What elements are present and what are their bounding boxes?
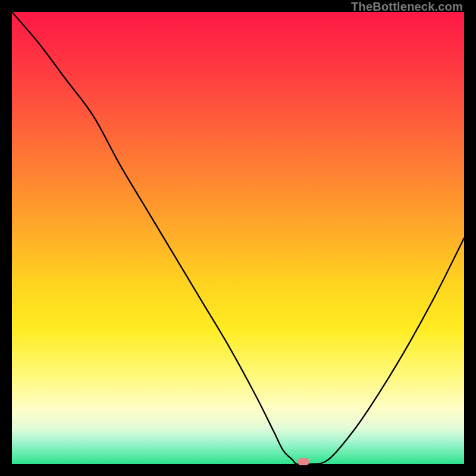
line-curve — [12, 12, 464, 464]
plot-area — [12, 12, 464, 464]
minimum-marker — [298, 458, 309, 465]
chart-stage: TheBottleneck.com — [0, 0, 476, 476]
